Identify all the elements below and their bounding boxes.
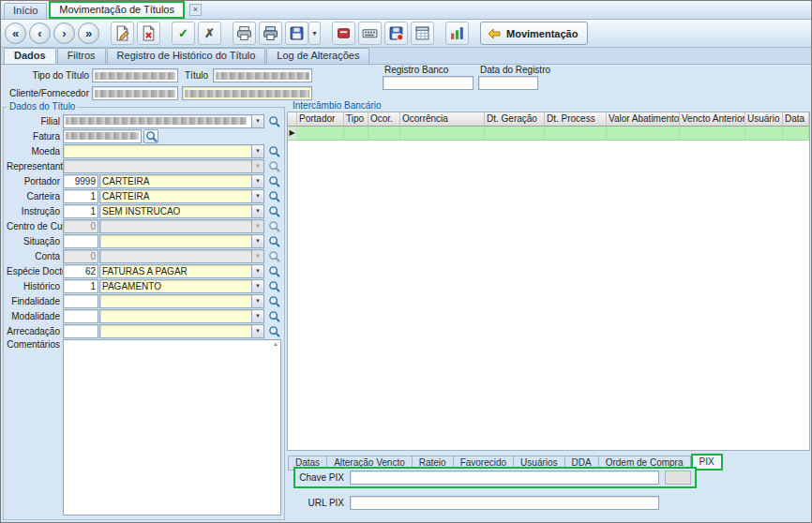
cliente-fornecedor-code-field[interactable] — [92, 86, 178, 100]
moeda-lookup-icon[interactable] — [266, 144, 281, 158]
save-record-button[interactable] — [384, 22, 408, 45]
cancel-button[interactable]: ✗ — [198, 22, 221, 45]
grid-row-selected[interactable]: ▶ — [288, 127, 809, 141]
grid-header-valor-abatimento[interactable]: Valor Abatimento — [607, 112, 680, 127]
chevron-down-icon[interactable]: ▼ — [251, 145, 263, 157]
chevron-down-icon[interactable]: ▼ — [251, 265, 263, 277]
portador-lookup-icon[interactable] — [266, 174, 281, 188]
portador-code-field[interactable]: 9999 — [63, 174, 98, 188]
fatura-field[interactable] — [63, 129, 142, 143]
modalidade-lookup-icon[interactable] — [266, 309, 281, 323]
historico-lookup-icon[interactable] — [266, 279, 281, 293]
findalidade-code-field[interactable] — [63, 294, 98, 308]
url-pix-field[interactable] — [350, 496, 659, 510]
export-dropdown-button[interactable]: ▼ — [308, 22, 321, 45]
instrucao-lookup-icon[interactable] — [266, 204, 281, 218]
chevron-down-icon[interactable]: ▼ — [251, 310, 263, 322]
registro-banco-field[interactable] — [383, 76, 474, 90]
tab-dados[interactable]: Dados — [4, 48, 56, 64]
findalidade-lookup-icon[interactable] — [266, 294, 281, 308]
tab-inicio[interactable]: Início — [4, 3, 47, 19]
nav-next-icon: › — [62, 26, 66, 40]
historico-code-field[interactable]: 1 — [63, 279, 98, 293]
movimentacao-button[interactable]: Movimentação — [480, 22, 588, 45]
grid-header-dt-process[interactable]: Dt. Process — [545, 112, 607, 127]
tab-registro-historico[interactable]: Registro de Histórico do Título — [107, 48, 266, 64]
carteira-combo[interactable]: CARTEIRA▼ — [99, 189, 264, 203]
filial-combo[interactable]: ▼ — [63, 114, 264, 128]
grid-header-tipo[interactable]: Tipo — [344, 112, 368, 127]
modalidade-combo[interactable]: ▼ — [99, 309, 264, 323]
modalidade-code-field[interactable] — [63, 309, 98, 323]
movimentacao-icon — [487, 26, 502, 41]
tab-movimentacao-de-titulos[interactable]: Movimentação de Títulos — [49, 1, 185, 19]
scroll-up-icon[interactable]: ▲ — [273, 341, 278, 347]
chevron-down-icon[interactable]: ▼ — [251, 115, 263, 127]
moeda-row: Moeda ▼ — [5, 143, 283, 158]
grid-header-data[interactable]: Data — [783, 112, 809, 127]
especie-docto-combo[interactable]: FATURAS A PAGAR▼ — [99, 264, 264, 278]
tab-filtros[interactable]: Filtros — [57, 48, 106, 64]
especie-docto-code-field[interactable]: 62 — [63, 264, 98, 278]
print-button[interactable] — [233, 22, 256, 45]
chevron-down-icon[interactable]: ▼ — [251, 175, 263, 187]
chevron-down-icon[interactable]: ▼ — [251, 325, 263, 337]
chave-pix-field[interactable] — [350, 471, 659, 485]
centro-de-custo-lookup-icon[interactable] — [266, 219, 281, 233]
grid-header-portador[interactable]: Portador — [297, 112, 344, 127]
spreadsheet-button[interactable] — [411, 22, 434, 45]
tab-log-alteracoes[interactable]: Log de Alterações — [266, 48, 369, 64]
situacao-lookup-icon[interactable] — [266, 234, 281, 248]
arrecadacao-label: Arrecadação — [7, 326, 63, 336]
cliente-fornecedor-name-field[interactable] — [182, 86, 312, 100]
historico-combo[interactable]: PAGAMENTO▼ — [99, 279, 264, 293]
carteira-code-field[interactable]: 1 — [63, 189, 98, 203]
especie-docto-lookup-icon[interactable] — [266, 264, 281, 278]
keyboard-button[interactable] — [358, 22, 382, 45]
nav-last-button[interactable]: » — [78, 22, 99, 44]
arrecadacao-code-field[interactable] — [63, 324, 98, 338]
tipo-do-titulo-field[interactable] — [92, 68, 178, 82]
data-do-registro-field[interactable] — [478, 76, 538, 90]
chevron-down-icon[interactable]: ▼ — [251, 190, 263, 202]
arrecadacao-combo[interactable]: ▼ — [99, 324, 264, 338]
nav-next-button[interactable]: › — [53, 22, 75, 44]
instrucao-combo[interactable]: SEM INSTRUCAO▼ — [99, 204, 264, 218]
grid-header-row: Portador Tipo Ocor. Ocorrência Dt. Geraç… — [288, 112, 809, 127]
export-save-button[interactable] — [285, 22, 308, 45]
grid-header-vencto-anterior[interactable]: Vencto Anterior — [680, 112, 745, 127]
grid-header-dt-geracao[interactable]: Dt. Geração — [485, 112, 545, 127]
findalidade-combo[interactable]: ▼ — [99, 294, 264, 308]
grid-header-ocor[interactable]: Ocor. — [368, 112, 400, 127]
chevron-down-icon[interactable]: ▼ — [251, 280, 263, 292]
print-preview-button[interactable] — [259, 22, 282, 45]
carteira-label: Carteira — [7, 191, 63, 202]
tab-close-icon[interactable]: × — [189, 4, 202, 16]
edit-document-button[interactable] — [111, 22, 134, 45]
moeda-combo[interactable]: ▼ — [63, 144, 264, 158]
grid-header-usuario[interactable]: Usuário — [745, 112, 783, 127]
chart-button[interactable] — [445, 22, 469, 45]
delete-document-button[interactable] — [137, 22, 160, 45]
instrucao-code-field[interactable]: 1 — [63, 204, 98, 218]
grid-header-ocorrencia[interactable]: Ocorrência — [400, 112, 485, 127]
representante-lookup-icon[interactable] — [266, 159, 281, 173]
titulo-label: Título — [185, 70, 208, 81]
filial-lookup-icon[interactable] — [266, 114, 281, 128]
nav-prev-button[interactable]: ‹ — [29, 22, 51, 44]
situacao-combo[interactable]: ▼ — [99, 234, 264, 248]
conta-lookup-icon[interactable] — [266, 249, 281, 263]
chevron-down-icon[interactable]: ▼ — [251, 235, 263, 247]
carteira-lookup-icon[interactable] — [266, 189, 281, 203]
nav-first-button[interactable]: « — [5, 22, 26, 44]
portador-combo[interactable]: CARTEIRA▼ — [99, 174, 264, 188]
chevron-down-icon[interactable]: ▼ — [251, 295, 263, 307]
titulo-field[interactable] — [213, 68, 312, 82]
arrecadacao-lookup-icon[interactable] — [266, 324, 281, 338]
confirm-button[interactable]: ✓ — [172, 22, 195, 45]
comentarios-textarea[interactable]: ▲ — [63, 339, 281, 516]
red-card-button[interactable] — [332, 22, 355, 45]
fatura-lookup-button[interactable] — [143, 129, 158, 143]
chevron-down-icon[interactable]: ▼ — [251, 205, 263, 217]
situacao-code-field[interactable] — [63, 234, 98, 248]
